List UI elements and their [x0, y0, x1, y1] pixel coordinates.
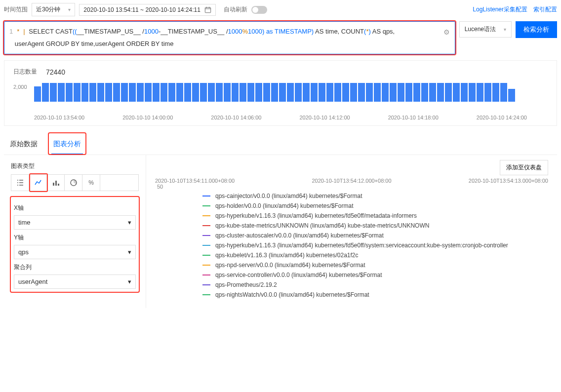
- histogram-bar[interactable]: [176, 83, 183, 102]
- legend-swatch: [202, 294, 210, 295]
- histogram-bar[interactable]: [66, 83, 73, 102]
- histogram-bar[interactable]: [461, 83, 468, 102]
- gear-icon[interactable]: ⚙: [443, 26, 450, 39]
- auto-refresh-toggle[interactable]: [251, 6, 267, 14]
- histogram-bar[interactable]: [437, 83, 444, 102]
- histogram-bar[interactable]: [421, 83, 428, 102]
- histogram-bar[interactable]: [247, 83, 254, 102]
- histogram-bar[interactable]: [366, 83, 373, 102]
- histogram-bar[interactable]: [81, 83, 88, 102]
- histogram-bar[interactable]: [200, 83, 207, 102]
- legend-swatch: [202, 255, 210, 256]
- chevron-down-icon: ▾: [68, 7, 71, 12]
- histogram-bar[interactable]: [295, 83, 302, 102]
- histogram-bar[interactable]: [153, 83, 160, 102]
- legend-item: qps-hyperkube/v1.16.3 (linux/amd64) kube…: [202, 242, 548, 249]
- histogram-bars: [34, 82, 548, 102]
- histogram-bar[interactable]: [89, 83, 96, 102]
- log-count-label: 日志数量: [13, 68, 37, 76]
- percent-icon[interactable]: %: [82, 175, 100, 191]
- histogram-bar[interactable]: [477, 83, 483, 102]
- legend-swatch: [202, 265, 210, 266]
- chart-result-area: 添加至仪表盘 2020-10-10T13:54:11.000+08:002020…: [146, 155, 557, 308]
- histogram-bar[interactable]: [398, 83, 404, 102]
- time-range-label: 时间范围: [4, 5, 28, 14]
- histogram-bar[interactable]: [168, 83, 175, 102]
- histogram-bar[interactable]: [326, 83, 333, 102]
- x-axis-select[interactable]: time▾: [14, 215, 136, 230]
- histogram-bar[interactable]: [271, 83, 278, 102]
- histogram-bar[interactable]: [113, 83, 120, 102]
- histogram-bar[interactable]: [160, 83, 167, 102]
- histogram-bar[interactable]: [184, 83, 191, 102]
- aggregate-select[interactable]: userAgent▾: [14, 274, 136, 289]
- histogram-bar[interactable]: [224, 83, 231, 102]
- histogram-bar[interactable]: [390, 83, 397, 102]
- histogram-bar[interactable]: [74, 83, 80, 102]
- index-config-link[interactable]: 索引配置: [533, 5, 557, 14]
- histogram-bar[interactable]: [350, 83, 357, 102]
- histogram-bar[interactable]: [192, 83, 199, 102]
- histogram-bar[interactable]: [34, 86, 41, 102]
- histogram-bar[interactable]: [216, 83, 223, 102]
- svg-rect-6: [58, 184, 59, 186]
- tab-chart-analysis[interactable]: 图表分析: [51, 135, 83, 155]
- histogram-bar[interactable]: [129, 83, 136, 102]
- timestamp-row: 2020-10-10T13:54:11.000+08:002020-10-10T…: [155, 178, 548, 184]
- histogram-bar[interactable]: [508, 89, 515, 102]
- syntax-select[interactable]: Lucene语法 ▾: [459, 21, 512, 38]
- histogram-bar[interactable]: [42, 83, 49, 102]
- histogram-bar[interactable]: [405, 83, 412, 102]
- histogram-bar[interactable]: [232, 83, 239, 102]
- histogram-bar[interactable]: [429, 83, 436, 102]
- histogram-bar[interactable]: [145, 83, 152, 102]
- histogram-bar[interactable]: [97, 83, 104, 102]
- histogram-bar[interactable]: [382, 83, 389, 102]
- legend-item: qps-hyperkube/v1.16.3 (linux/amd64) kube…: [202, 212, 548, 219]
- loglistener-config-link[interactable]: LogListener采集配置: [473, 5, 527, 14]
- add-to-dashboard-button[interactable]: 添加至仪表盘: [500, 160, 548, 175]
- histogram-bar[interactable]: [263, 83, 270, 102]
- list-icon[interactable]: [11, 175, 29, 191]
- histogram-bar[interactable]: [137, 83, 144, 102]
- legend-swatch: [202, 215, 210, 216]
- histogram-bar[interactable]: [311, 83, 318, 102]
- histogram-bar[interactable]: [319, 83, 325, 102]
- histogram-bar[interactable]: [492, 83, 499, 102]
- pie-chart-icon[interactable]: [65, 175, 82, 191]
- legend-swatch: [202, 196, 210, 196]
- calendar-icon: [204, 6, 211, 13]
- legend-item: qps-kube-state-metrics/UNKNOWN (linux/am…: [202, 222, 548, 229]
- histogram-bar[interactable]: [287, 83, 294, 102]
- histogram-bar[interactable]: [105, 83, 112, 102]
- y-axis-label: Y轴: [14, 234, 136, 242]
- search-analyze-button[interactable]: 检索分析: [516, 21, 557, 38]
- histogram-bar[interactable]: [240, 83, 246, 102]
- histogram-bar[interactable]: [50, 83, 57, 102]
- query-editor[interactable]: ⚙ 1* | SELECT CAST((__TIMESTAMP_US__ /10…: [4, 21, 455, 54]
- y-axis-select[interactable]: qps▾: [14, 245, 136, 259]
- histogram-bar[interactable]: [413, 83, 420, 102]
- histogram-bar[interactable]: [445, 83, 452, 102]
- top-bar: 时间范围 近30分钟 ▾ 2020-10-10 13:54:11 ~ 2020-…: [0, 0, 561, 19]
- histogram-bar[interactable]: [303, 83, 310, 102]
- date-range-picker[interactable]: 2020-10-10 13:54:11 ~ 2020-10-10 14:24:1…: [79, 4, 216, 16]
- histogram-bar[interactable]: [121, 83, 128, 102]
- histogram-bar[interactable]: [469, 83, 476, 102]
- histogram-bar[interactable]: [358, 83, 365, 102]
- histogram-bar[interactable]: [484, 83, 491, 102]
- histogram-bar[interactable]: [255, 83, 262, 102]
- tab-raw-data[interactable]: 原始数据: [8, 135, 40, 155]
- histogram-bar[interactable]: [334, 83, 341, 102]
- histogram-bar[interactable]: [500, 83, 507, 102]
- histogram-bar[interactable]: [58, 83, 65, 102]
- histogram-bar[interactable]: [453, 83, 460, 102]
- time-range-select[interactable]: 近30分钟 ▾: [32, 3, 75, 16]
- histogram-bar[interactable]: [374, 83, 381, 102]
- histogram-bar[interactable]: [279, 83, 286, 102]
- histogram-bar[interactable]: [342, 83, 349, 102]
- bar-chart-icon[interactable]: [47, 175, 65, 191]
- histogram-bar[interactable]: [208, 83, 215, 102]
- legend-item: qps-nightsWatch/v0.0.0 (linux/amd64) kub…: [202, 291, 548, 298]
- svg-rect-0: [205, 7, 210, 13]
